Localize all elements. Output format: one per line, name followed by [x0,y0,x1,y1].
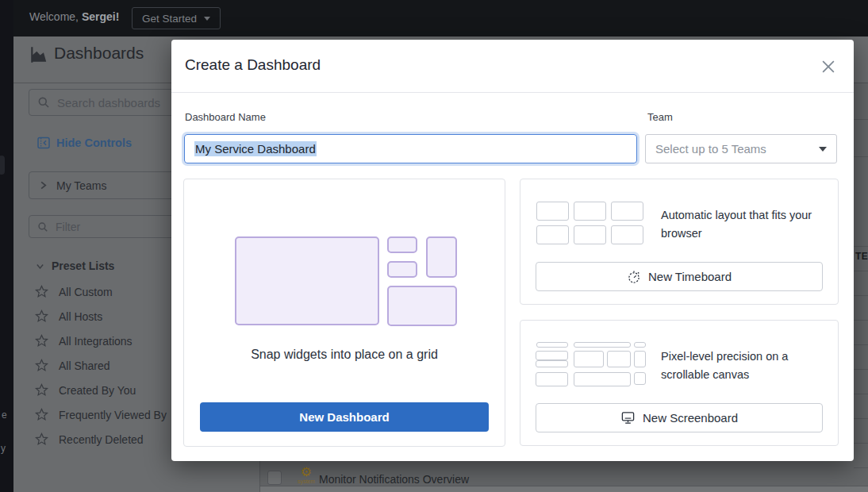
table-row-separator [854,418,868,419]
sidebar-item-all-integrations[interactable]: All Integrations [35,334,133,348]
sidebar-item-label: All Hosts [59,310,102,323]
search-placeholder: Search dashboards [57,96,160,110]
chevron-down-icon [204,17,210,21]
nav-text-fragment: y [1,443,6,454]
modal-header: Create a Dashboard [171,40,854,93]
chevron-down-icon [819,147,827,152]
table-row-separator [854,295,868,296]
collapsed-left-nav[interactable]: e y [0,0,13,492]
sidebar-item-label: Recently Deleted [59,433,144,446]
filter-placeholder: Filter [56,221,80,233]
dashboard-name-input[interactable]: My Service Dashboard [184,134,637,163]
table-row-separator [854,344,868,345]
star-icon [35,285,48,298]
screen: e y Welcome, Sergei! Get Started Dashboa… [0,0,868,492]
sidebar-item-label: Frequently Viewed By [59,409,167,421]
new-timeboard-button[interactable]: New Timeboard [536,262,823,291]
next-row-edge [260,486,868,492]
dashboards-icon [29,44,49,65]
table-row-separator [854,119,868,120]
sidebar-item-all-hosts[interactable]: All Hosts [35,309,102,323]
sidebar-item-label: All Integrations [59,335,133,348]
welcome-prefix: Welcome, [29,10,79,23]
chevron-right-icon [37,179,49,191]
screenboard-description: Pixel-level precision on a scrollable ca… [661,348,837,384]
top-bar: Welcome, Sergei! Get Started [13,0,868,37]
team-column-header-clipped: TE [855,251,868,262]
collapse-panel-icon [37,136,50,149]
sidebar-item-frequently-viewed[interactable]: Frequently Viewed By [35,408,167,421]
create-dashboard-modal: Create a Dashboard Dashboard Name Team M… [171,40,854,461]
page-title: Dashboards [54,44,144,63]
system-gear-icon: ⚙ system [296,466,317,484]
new-screenboard-button[interactable]: New Screenboard [536,403,823,432]
stopwatch-icon [627,270,641,284]
star-icon [35,359,48,372]
team-select-placeholder: Select up to 5 Teams [655,142,766,156]
table-row-separator [854,246,868,247]
username: Sergei! [82,10,119,23]
hide-controls-label: Hide Controls [56,136,132,149]
grid-card-caption: Snap widgets into place on a grid [184,348,505,362]
dashboard-name-value: My Service Dashboard [194,141,317,156]
row-checkbox[interactable] [267,471,282,485]
my-teams-label: My Teams [56,179,107,192]
table-row-separator [854,394,868,394]
welcome-message: Welcome, Sergei! [29,10,119,23]
chevron-down-icon [35,261,45,271]
get-started-button[interactable]: Get Started [132,7,221,29]
dashboard-name-label: Dashboard Name [185,111,266,123]
new-screenboard-label: New Screenboard [643,411,738,425]
table-row-separator [854,443,868,444]
sidebar-item-label: All Shared [59,359,110,372]
gear-glyph: ⚙ [296,466,317,479]
modal-title: Create a Dashboard [185,56,321,74]
team-select[interactable]: Select up to 5 Teams [645,134,837,163]
new-dashboard-button[interactable]: New Dashboard [200,402,489,432]
sidebar-item-all-shared[interactable]: All Shared [35,359,110,372]
search-icon [37,221,48,233]
new-dashboard-card: Snap widgets into place on a grid New Da… [183,179,505,447]
sidebar-item-all-custom[interactable]: All Custom [35,285,113,298]
preset-lists-label: Preset Lists [52,259,114,272]
search-icon [37,96,50,109]
get-started-label: Get Started [142,13,197,25]
system-icon-caption: system [296,479,317,484]
sidebar-item-label: Created By You [59,384,136,397]
star-icon [35,309,48,323]
star-icon [35,383,48,397]
table-row-separator [854,156,868,157]
nav-text-fragment: e [2,409,7,421]
star-icon [35,432,48,446]
monitor-icon [620,411,636,425]
star-icon [35,334,48,348]
close-button[interactable] [822,60,835,73]
new-screenboard-card: Pixel-level precision on a scrollable ca… [520,320,839,446]
table-row-separator [854,467,868,468]
timeboard-description: Automatic layout that fits your browser [661,206,837,243]
star-icon [35,408,48,421]
sidebar-item-label: All Custom [59,286,113,298]
new-timeboard-card: Automatic layout that fits your browser … [520,179,839,305]
hide-controls-link[interactable]: Hide Controls [37,136,132,149]
sidebar-item-recently-deleted[interactable]: Recently Deleted [35,432,144,446]
sidebar-item-created-by-you[interactable]: Created By You [35,383,136,397]
dashboard-row-name[interactable]: Monitor Notifications Overview [319,473,469,486]
nav-highlight [0,156,5,175]
table-row-separator [854,271,868,271]
new-timeboard-label: New Timeboard [648,270,732,283]
table-row-separator [854,369,868,370]
table-row-separator [854,320,868,321]
team-label: Team [647,111,673,123]
preset-lists-header[interactable]: Preset Lists [35,259,114,272]
close-icon [822,60,835,73]
